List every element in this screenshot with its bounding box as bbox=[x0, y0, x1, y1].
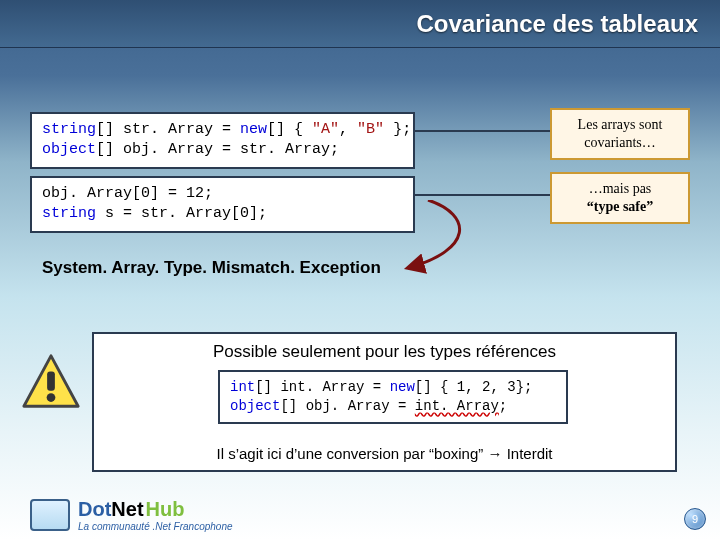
keyword: new bbox=[390, 379, 415, 395]
string-literal: "B" bbox=[357, 121, 384, 138]
error-underline: int. Array bbox=[415, 398, 499, 414]
svg-rect-3 bbox=[47, 371, 55, 390]
brand-name: DotNetHub bbox=[78, 498, 233, 521]
code-text: [] int. Array = bbox=[255, 379, 389, 395]
exception-label: System. Array. Type. Mismatch. Exception bbox=[42, 258, 381, 278]
connector-line bbox=[415, 180, 550, 210]
footer-logo: DotNetHub La communauté .Net Francophone bbox=[30, 498, 233, 532]
code-block-1: string[] str. Array = new[] { "A", "B" }… bbox=[30, 112, 415, 169]
code-text: s = str. Array[0]; bbox=[96, 205, 267, 222]
code-text: [] { bbox=[267, 121, 312, 138]
keyword: new bbox=[240, 121, 267, 138]
code-text: [] { 1, 2, 3}; bbox=[415, 379, 533, 395]
panel-heading: Possible seulement pour les types référe… bbox=[94, 342, 675, 362]
code-text: [] obj. Array = bbox=[280, 398, 414, 414]
arrow-from-code-to-exception bbox=[398, 200, 488, 280]
svg-point-4 bbox=[47, 393, 56, 402]
code-text: , bbox=[339, 121, 357, 138]
panel-footnote: Il s’agit ici d’une conversion par “boxi… bbox=[94, 445, 675, 462]
code-block-3: int[] int. Array = new[] { 1, 2, 3}; obj… bbox=[218, 370, 568, 424]
keyword: object bbox=[230, 398, 280, 414]
keyword: string bbox=[42, 121, 96, 138]
callout-line: covariants… bbox=[560, 134, 680, 152]
code-text: [] obj. Array = str. Array; bbox=[96, 141, 339, 158]
logo-globe-icon bbox=[30, 499, 70, 531]
brand-block: DotNetHub La communauté .Net Francophone bbox=[78, 498, 233, 532]
brand-tagline: La communauté .Net Francophone bbox=[78, 521, 233, 532]
code-block-2: obj. Array[0] = 12; string s = str. Arra… bbox=[30, 176, 415, 233]
page-number: 9 bbox=[684, 508, 706, 530]
code-text: obj. Array[0] = 12; bbox=[42, 185, 213, 202]
connector-line bbox=[415, 116, 550, 146]
callout-line: …mais pas bbox=[560, 180, 680, 198]
warning-icon bbox=[20, 352, 82, 414]
keyword: object bbox=[42, 141, 96, 158]
title-bar: Covariance des tableaux bbox=[0, 0, 720, 48]
keyword: string bbox=[42, 205, 96, 222]
callout-line: “type safe” bbox=[560, 198, 680, 216]
page-title: Covariance des tableaux bbox=[0, 0, 720, 38]
callout-covariant: Les arrays sont covariants… bbox=[550, 108, 690, 160]
code-text: ; bbox=[499, 398, 507, 414]
code-text: [] str. Array = bbox=[96, 121, 240, 138]
code-text: }; bbox=[384, 121, 411, 138]
string-literal: "A" bbox=[312, 121, 339, 138]
callout-not-type-safe: …mais pas “type safe” bbox=[550, 172, 690, 224]
keyword: int bbox=[230, 379, 255, 395]
arrow-icon: → bbox=[487, 445, 502, 462]
callout-line: Les arrays sont bbox=[560, 116, 680, 134]
